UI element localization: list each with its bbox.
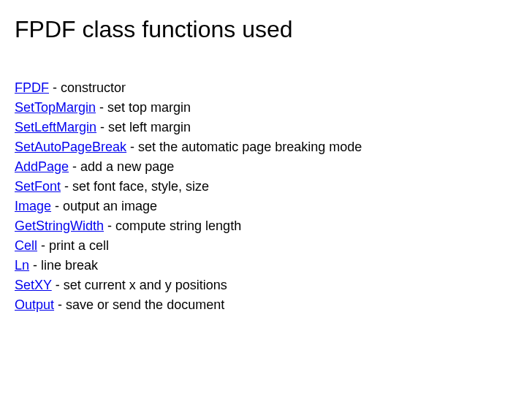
function-row: AddPage - add a new page [15, 157, 517, 177]
function-row: SetLeftMargin - set left margin [15, 118, 517, 137]
function-row: SetFont - set font face, style, size [15, 177, 517, 197]
function-desc: - set the automatic page breaking mode [126, 140, 362, 154]
function-row: SetTopMargin - set top margin [15, 98, 517, 118]
function-link-ln[interactable]: Ln [15, 258, 29, 273]
function-desc: - line break [29, 258, 98, 273]
function-row: FPDF - constructor [15, 78, 517, 98]
function-row: SetAutoPageBreak - set the automatic pag… [15, 137, 517, 157]
function-desc: - set left margin [96, 120, 191, 134]
function-link-getstringwidth[interactable]: GetStringWidth [15, 218, 104, 233]
function-link-setfont[interactable]: SetFont [15, 179, 61, 194]
function-desc: - save or send the document [54, 297, 224, 312]
function-desc: - compute string length [104, 218, 241, 233]
function-link-fpdf[interactable]: FPDF [15, 80, 49, 95]
function-row: Image - output an image [15, 197, 517, 216]
function-link-addpage[interactable]: AddPage [15, 159, 69, 174]
function-desc: - output an image [51, 199, 157, 213]
function-desc: - add a new page [69, 159, 174, 174]
function-row: Ln - line break [15, 256, 517, 276]
function-link-setleftmargin[interactable]: SetLeftMargin [15, 120, 96, 134]
function-link-settopmargin[interactable]: SetTopMargin [15, 100, 96, 115]
function-row: GetStringWidth - compute string length [15, 216, 517, 236]
function-row: Cell - print a cell [15, 236, 517, 256]
function-link-cell[interactable]: Cell [15, 238, 37, 253]
function-link-setxy[interactable]: SetXY [15, 278, 52, 292]
function-link-output[interactable]: Output [15, 297, 54, 312]
function-link-image[interactable]: Image [15, 199, 51, 213]
page-title: FPDF class functions used [15, 16, 517, 43]
function-desc: - set font face, style, size [61, 179, 209, 194]
function-row: SetXY - set current x and y positions [15, 276, 517, 295]
function-desc: - print a cell [37, 238, 109, 253]
function-list: FPDF - constructor SetTopMargin - set to… [15, 78, 517, 315]
function-link-setautopagebreak[interactable]: SetAutoPageBreak [15, 140, 126, 154]
function-desc: - set top margin [96, 100, 191, 115]
function-desc: - set current x and y positions [52, 278, 227, 292]
function-desc: - constructor [49, 80, 126, 95]
function-row: Output - save or send the document [15, 295, 517, 315]
